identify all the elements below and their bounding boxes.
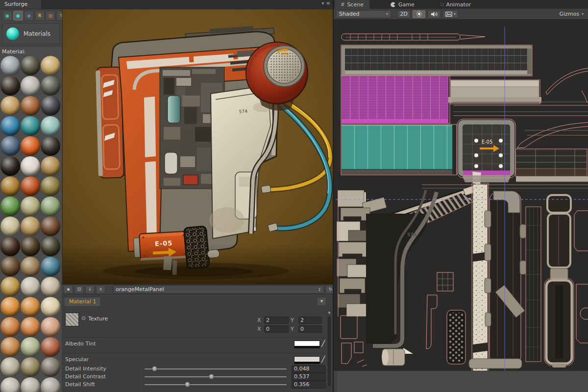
tab-surforge[interactable]: Surforge (0, 0, 41, 9)
material-sphere[interactable] (21, 136, 40, 156)
material-sphere[interactable] (0, 377, 20, 392)
gizmos-dropdown[interactable]: Gizmos ▾ (559, 11, 586, 17)
material-sphere[interactable] (41, 96, 60, 116)
material-sphere[interactable] (21, 257, 40, 276)
preview-3d-viewport[interactable]: 574 (62, 9, 333, 284)
material-sphere[interactable] (21, 277, 40, 296)
material-sphere[interactable] (0, 96, 20, 116)
material-sphere[interactable] (41, 257, 60, 276)
texture-thumbnail[interactable] (65, 313, 79, 326)
material-sphere[interactable] (21, 297, 40, 317)
stop-button[interactable]: ▪ (64, 285, 73, 294)
panel-hamburger-icon[interactable]: ≡ (326, 0, 330, 6)
material-sphere[interactable] (21, 96, 40, 116)
material-sphere[interactable] (41, 196, 60, 216)
material-sphere[interactable] (21, 156, 40, 176)
material-sphere[interactable] (41, 116, 60, 136)
material-sphere[interactable] (21, 237, 40, 256)
material-sphere[interactable] (0, 56, 20, 75)
collapse-button[interactable]: ▼ (317, 297, 326, 306)
material-sphere[interactable] (41, 136, 60, 156)
duplicate-button[interactable]: ⊡ (74, 285, 84, 294)
material-sphere[interactable] (41, 237, 60, 256)
material-sphere[interactable] (0, 196, 20, 216)
material-sphere[interactable] (0, 176, 20, 196)
material-sphere[interactable] (0, 357, 20, 377)
material-sphere[interactable] (41, 76, 60, 96)
material-sphere[interactable] (41, 317, 60, 337)
material-sphere[interactable] (0, 257, 20, 276)
scene-viewport[interactable]: E-05 (334, 20, 588, 392)
offset-y-field[interactable]: 0 (298, 325, 322, 333)
pattern-circle-tool[interactable]: ◉ (24, 11, 34, 21)
material-sphere[interactable] (21, 377, 40, 392)
slider-value-field[interactable]: 0.356 (292, 381, 326, 389)
material-sphere[interactable] (0, 317, 20, 337)
material-sphere[interactable] (21, 196, 40, 216)
offset-x-field[interactable]: 0 (264, 325, 289, 333)
material-sphere[interactable] (0, 237, 20, 256)
material-sphere[interactable] (0, 217, 20, 236)
color-swatch[interactable] (294, 341, 320, 348)
slider-handle[interactable] (209, 374, 214, 379)
material-sphere[interactable] (41, 176, 60, 196)
material-sphere[interactable] (0, 136, 20, 156)
material-sphere[interactable] (41, 297, 60, 317)
material-name-field[interactable]: orangeMetalPanel ↕ (113, 285, 324, 294)
material-sphere[interactable] (41, 277, 60, 296)
materials-sphere-tool[interactable]: ● (13, 11, 23, 21)
slider-value-field[interactable]: 0.537 (292, 373, 326, 381)
scrollbar-up-icon[interactable]: ▲ (326, 310, 332, 315)
dot-brush-tool[interactable]: ● (2, 11, 12, 21)
material-sphere[interactable] (0, 116, 20, 136)
slider-track[interactable] (145, 376, 287, 377)
material-sphere[interactable] (0, 297, 20, 317)
effects-toggle-button[interactable]: ▾ (443, 10, 458, 18)
material-sphere[interactable] (41, 377, 60, 392)
material-sphere[interactable] (21, 357, 40, 377)
material-sphere[interactable] (41, 217, 60, 236)
tab-scene[interactable]: # Scene (335, 0, 369, 9)
tiling-x-field[interactable]: 2 (264, 317, 289, 324)
2d-toggle-button[interactable]: 2D (397, 10, 410, 18)
material-sphere[interactable] (41, 337, 60, 357)
material-sphere[interactable] (21, 176, 40, 196)
material-sphere[interactable] (41, 357, 60, 377)
material-sphere[interactable] (21, 337, 40, 357)
save-down-button[interactable]: ↓ (85, 285, 95, 294)
material-sphere[interactable] (41, 56, 60, 75)
panel-dropdown-icon[interactable]: ▾ (322, 0, 324, 6)
material-sphere[interactable] (21, 317, 40, 337)
tab-game[interactable]: Game (385, 0, 420, 9)
material-sphere[interactable] (0, 76, 20, 96)
material-sphere[interactable] (21, 116, 40, 136)
slider-value-field[interactable]: 0.048 (292, 365, 326, 373)
properties-scrollbar[interactable]: ▲ (326, 310, 332, 391)
eyedropper-icon[interactable]: ╱ (321, 356, 325, 363)
tab-animator[interactable]: ∷ Animator (435, 0, 477, 9)
material-sphere[interactable] (21, 76, 40, 96)
material-sphere[interactable] (0, 156, 20, 176)
object-picker-icon[interactable]: ⊙ (81, 315, 86, 321)
materials-button[interactable]: Materials (2, 24, 60, 44)
shading-mode-dropdown[interactable]: Shaded ▾ (336, 10, 391, 18)
render-tool[interactable]: R (35, 11, 45, 21)
name-stepper-icon[interactable]: ↕ (318, 287, 321, 292)
delete-button[interactable]: × (96, 285, 105, 294)
slider-track[interactable] (145, 384, 287, 385)
slider-handle[interactable] (152, 366, 157, 371)
slider-handle[interactable] (185, 382, 190, 387)
lighting-toggle-button[interactable] (413, 10, 425, 18)
material-sphere[interactable] (41, 156, 60, 176)
material-sphere[interactable] (0, 277, 20, 296)
tab-material-1[interactable]: Material 1 (64, 297, 101, 307)
color-swatch[interactable] (294, 356, 320, 364)
scrollbar-thumb[interactable] (327, 316, 332, 387)
eyedropper-icon[interactable]: ╱ (321, 340, 325, 347)
tiling-y-field[interactable]: 2 (298, 317, 322, 324)
hatch-pattern-tool[interactable]: ▨ (46, 11, 55, 21)
material-sphere[interactable] (21, 217, 40, 236)
slider-track[interactable] (145, 368, 287, 369)
material-sphere[interactable] (0, 337, 20, 357)
audio-toggle-button[interactable] (428, 10, 441, 18)
